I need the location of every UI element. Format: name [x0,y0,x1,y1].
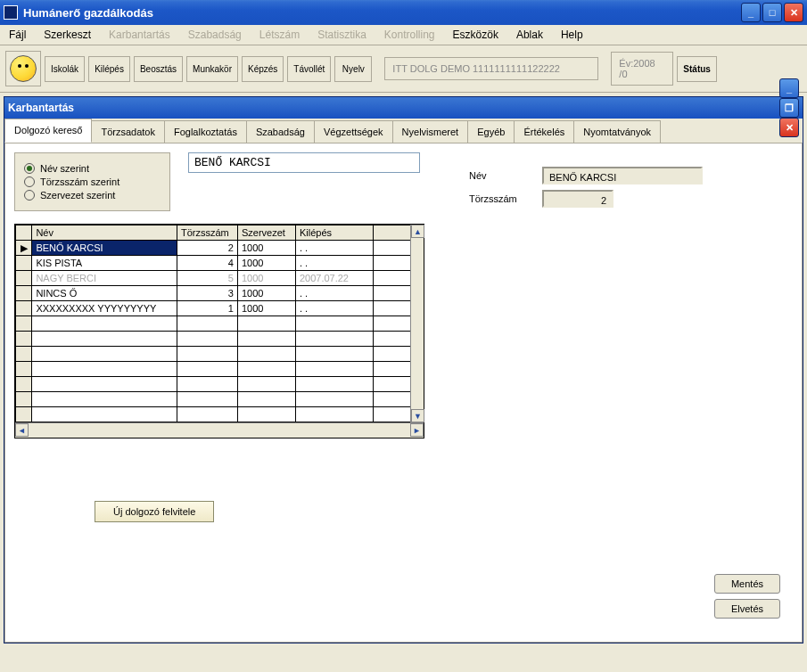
tab-5[interactable]: Nyelvismeret [392,120,469,143]
maximize-button[interactable]: □ [762,3,782,22]
close-button[interactable]: ✕ [784,3,803,22]
scroll-down-icon[interactable]: ▼ [411,409,424,422]
table-row[interactable] [16,316,412,332]
child-titlebar: Karbantartás _ ❐ ✕ [4,97,803,119]
column-header[interactable]: Szervezet [237,225,295,241]
child-restore-button[interactable]: ❐ [779,98,799,118]
child-window: Karbantartás _ ❐ ✕ Dolgozó keresőTörzsad… [4,96,803,643]
toolbar-beosztás-button[interactable]: Beosztás [134,56,183,82]
table-row[interactable]: KIS PISTA41000. . [16,256,412,271]
search-radio-1[interactable]: Törzsszám szerint [24,176,161,187]
tab-6[interactable]: Egyéb [467,120,515,143]
search-input[interactable] [188,152,420,173]
app-title: Humánerő gazdálkodás [23,6,741,20]
menu-kontrolling: Kontrolling [381,27,439,43]
child-minimize-button[interactable]: _ [779,78,799,98]
detail-panel: Név BENŐ KARCSI Törzsszám 2 [469,161,703,213]
app-icon [4,5,18,20]
toolbar-képzés-button[interactable]: Képzés [242,56,284,82]
menu-fájl[interactable]: Fájl [5,27,29,43]
tab-3[interactable]: Szabadság [246,120,315,143]
scroll-left-icon[interactable]: ◄ [15,423,29,437]
torzs-value: 2 [542,190,613,208]
column-header[interactable]: Törzsszám [177,225,237,241]
table-row[interactable] [16,347,412,362]
radio-icon [24,190,35,201]
radio-label: Törzsszám szerint [40,176,119,187]
name-label: Név [469,170,531,181]
name-value: BENŐ KARCSI [542,167,703,184]
tab-2[interactable]: Foglalkoztatás [164,120,247,143]
table-row[interactable] [16,407,412,422]
toolbar-távollét-button[interactable]: Távollét [287,56,331,82]
menubar: FájlSzerkesztKarbantartásSzabadságLétszá… [0,25,807,45]
toolbar-iskolák-button[interactable]: Iskolák [45,56,85,82]
table-row[interactable]: NAGY BERCI510002007.07.22 [16,271,412,286]
radio-icon [24,176,35,187]
child-title: Karbantartás [8,102,779,114]
search-radio-0[interactable]: Név szerint [24,163,161,174]
vscrollbar[interactable]: ▲ ▼ [410,225,424,422]
toolbar: IskolákKilépésBeosztásMunkakörKépzésTávo… [0,45,807,93]
menu-eszközök[interactable]: Eszközök [449,27,502,43]
tab-8[interactable]: Nyomtatványok [573,120,661,143]
menu-szerkeszt[interactable]: Szerkeszt [40,27,95,43]
scroll-right-icon[interactable]: ► [410,423,424,437]
torzs-label: Törzsszám [469,193,531,204]
table-row[interactable]: XXXXXXXXX YYYYYYYYY11000. . [16,301,412,316]
new-employee-button[interactable]: Új dolgozó felvitele [95,501,214,522]
table-row[interactable] [16,377,412,392]
search-mode-frame: Név szerintTörzsszám szerintSzervezet sz… [14,152,170,211]
employee-grid[interactable]: NévTörzsszámSzervezetKilépés▶BENŐ KARCSI… [14,224,424,438]
tabs: Dolgozó keresőTörzsadatokFoglalkoztatásS… [4,119,803,143]
save-button[interactable]: Mentés [714,574,780,594]
toolbar-nyelv-button[interactable]: Nyelv [334,56,372,82]
search-radio-2[interactable]: Szervezet szerint [24,190,161,201]
table-row[interactable] [16,362,412,377]
status-button[interactable]: Státus [677,56,717,82]
menu-karbantartás: Karbantartás [105,27,174,43]
menu-szabadság: Szabadság [185,27,245,43]
table-row[interactable]: NINCS Ő31000. . [16,286,412,301]
toolbar-kilépés-button[interactable]: Kilépés [88,56,130,82]
radio-label: Név szerint [40,163,89,174]
table-row[interactable]: ▶BENŐ KARCSI21000. . [16,241,412,256]
main-titlebar: Humánerő gazdálkodás _ □ ✕ [0,0,807,25]
table-row[interactable] [16,392,412,407]
tab-0[interactable]: Dolgozó kereső [4,119,92,143]
radio-icon [24,163,35,174]
column-header[interactable]: Név [32,225,177,241]
year-field: Év:2008 /0 [611,52,673,86]
scroll-up-icon[interactable]: ▲ [411,225,424,238]
hscrollbar[interactable]: ◄ ► [15,422,424,438]
discard-button[interactable]: Elvetés [714,599,780,619]
column-header[interactable]: Kilépés [295,225,373,241]
menu-help[interactable]: Help [557,27,587,43]
table-row[interactable] [16,332,412,347]
tab-4[interactable]: Végzettségek [314,120,393,143]
menu-statisztika: Statisztika [314,27,370,43]
menu-ablak[interactable]: Ablak [513,27,547,43]
tab-1[interactable]: Törzsadatok [91,120,165,143]
child-close-button[interactable]: ✕ [779,118,799,137]
minimize-button[interactable]: _ [741,3,761,22]
menu-létszám: Létszám [256,27,303,43]
info-field: ITT DOLG DEMO 1111111111122222 [384,57,598,80]
tab-content: Név szerintTörzsszám szerintSzervezet sz… [4,143,803,643]
toolbar-munkakör-button[interactable]: Munkakör [186,56,238,82]
tab-7[interactable]: Értékelés [514,120,574,143]
radio-label: Szervezet szerint [40,190,115,201]
smiley-icon[interactable] [5,51,41,86]
